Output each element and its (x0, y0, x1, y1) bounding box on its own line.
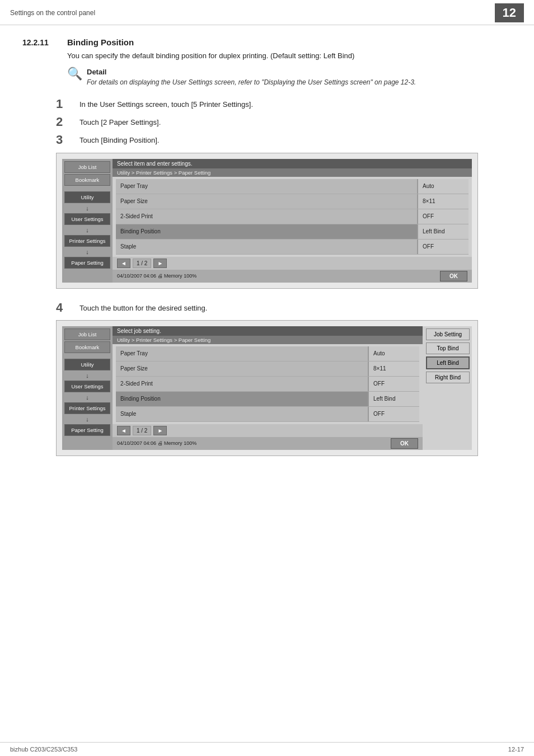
row-label-2sided: 2-Sided Print (116, 209, 418, 224)
section-number: 12.2.11 (22, 38, 62, 47)
sidebar-printer-settings[interactable]: Printer Settings (64, 235, 110, 247)
row2-label-paper-size: Paper Size (116, 361, 369, 376)
step-4: 4 Touch the button for the desired setti… (56, 301, 512, 314)
footer-right: 12-17 (508, 746, 524, 753)
screen-1-sidebar: Job List Bookmark Utility ↓ User Setting… (62, 159, 113, 283)
row2-label-staple: Staple (116, 407, 369, 421)
step-4-wrapper: 4 Touch the button for the desired setti… (56, 301, 512, 314)
step-3-num: 3 (56, 133, 79, 147)
row-value-paper-tray: Auto (418, 179, 469, 194)
sidebar2-bookmark[interactable]: Bookmark (64, 341, 110, 353)
sidebar2-user-settings[interactable]: User Settings (64, 381, 110, 392)
sidebar-arrow-1: ↓ (64, 204, 110, 212)
steps-list: 1 In the User Settings screen, touch [5 … (56, 97, 512, 147)
row2-value-binding: Left Bind (369, 392, 419, 406)
screen-2-top-bar: Select job setting. (113, 326, 423, 336)
row-value-2sided: OFF (418, 209, 469, 224)
screen-2-main: Select job setting. Utility > Printer Se… (113, 326, 423, 450)
sidebar2-job-list[interactable]: Job List (64, 328, 110, 340)
row-value-paper-size: 8×11 (418, 194, 469, 209)
step-3: 3 Touch [Binding Position]. (56, 133, 512, 147)
sidebar2-utility[interactable]: Utility (64, 359, 110, 370)
section-heading: 12.2.11 Binding Position (22, 37, 512, 47)
detail-label: Detail (87, 68, 416, 76)
sidebar-user-settings[interactable]: User Settings (64, 213, 110, 225)
row2-value-staple: OFF (369, 407, 419, 421)
screen-2-table: Paper Tray Auto Paper Size 8×11 2-Sided … (113, 344, 423, 424)
sidebar2-paper-setting[interactable]: Paper Setting (64, 424, 110, 436)
table-row: Paper Size 8×11 (116, 361, 419, 377)
row2-value-2sided: OFF (369, 377, 419, 391)
detail-icon: 🔍 (67, 67, 82, 81)
section-title: Binding Position (67, 37, 134, 47)
footer: bizhub C203/C253/C353 12-17 (0, 742, 534, 756)
step-1: 1 In the User Settings screen, touch [5 … (56, 97, 512, 111)
table-row-binding[interactable]: Binding Position Left Bind (116, 224, 469, 240)
main-content: 12.2.11 Binding Position You can specify… (0, 25, 534, 491)
ok-button-1[interactable]: OK (440, 271, 467, 281)
nav2-prev-button[interactable]: ◄ (117, 426, 130, 435)
screen-2: Job List Bookmark Utility ↓ User Setting… (62, 326, 472, 450)
panel-1: Job List Bookmark Utility ↓ User Setting… (56, 153, 478, 289)
row-label-staple: Staple (116, 240, 418, 254)
popup-right-bind[interactable]: Right Bind (426, 372, 470, 383)
sidebar2-arrow-3: ↓ (64, 415, 110, 423)
table-row: Paper Tray Auto (116, 346, 419, 361)
screen-1-nav: ◄ 1 / 2 ► (113, 257, 472, 270)
screen-1-status: 04/10/2007 04:06 🖨 Memory 100% OK (113, 270, 472, 283)
nav-next-button[interactable]: ► (153, 259, 167, 268)
sidebar-bookmark[interactable]: Bookmark (64, 174, 110, 186)
step-4-text: Touch the button for the desired setting… (79, 304, 207, 312)
table-row: 2-Sided Print OFF (116, 377, 419, 392)
sidebar-paper-setting[interactable]: Paper Setting (64, 257, 110, 269)
screen-1-breadcrumb: Utility > Printer Settings > Paper Setti… (113, 168, 472, 177)
detail-text: For details on displaying the User Setti… (87, 77, 416, 87)
row2-value-paper-tray: Auto (369, 346, 419, 361)
detail-content: Detail For details on displaying the Use… (87, 68, 416, 87)
screen-1: Job List Bookmark Utility ↓ User Setting… (62, 159, 472, 283)
screen-1-table: Paper Tray Auto Paper Size 8×11 2-Sided … (113, 177, 472, 257)
status2-datetime: 04/10/2007 04:06 🖨 Memory 100% (117, 440, 196, 446)
popup-top-bind[interactable]: Top Bind (426, 342, 470, 354)
screen-2-sidebar: Job List Bookmark Utility ↓ User Setting… (62, 326, 113, 450)
row-value-staple: OFF (418, 240, 469, 254)
chapter-badge: 12 (495, 3, 524, 22)
popup-buttons: Job Setting Top Bind Left Bind Right Bin… (423, 326, 472, 450)
table-row: Paper Tray Auto (116, 179, 469, 194)
step-2-num: 2 (56, 115, 79, 129)
table-row: Staple OFF (116, 240, 469, 255)
footer-left: bizhub C203/C253/C353 (10, 746, 77, 753)
header: Settings on the control panel 12 (0, 0, 534, 25)
step-4-num: 4 (56, 301, 79, 314)
row2-label-binding: Binding Position (116, 392, 369, 406)
row-label-binding: Binding Position (116, 224, 418, 239)
screen-2-status: 04/10/2007 04:06 🖨 Memory 100% OK (113, 437, 423, 450)
sidebar-arrow-3: ↓ (64, 248, 110, 256)
step-3-text: Touch [Binding Position]. (79, 136, 159, 144)
detail-box: 🔍 Detail For details on displaying the U… (67, 68, 512, 87)
row2-label-2sided: 2-Sided Print (116, 377, 369, 391)
step-1-num: 1 (56, 97, 79, 111)
screen-1-top-bar: Select item and enter settings. (113, 159, 472, 168)
table-row: Paper Size 8×11 (116, 194, 469, 209)
ok-button-2[interactable]: OK (391, 438, 418, 449)
sidebar2-arrow-2: ↓ (64, 393, 110, 401)
sidebar-utility[interactable]: Utility (64, 191, 110, 203)
sidebar-job-list[interactable]: Job List (64, 161, 110, 173)
step-2: 2 Touch [2 Paper Settings]. (56, 115, 512, 129)
nav-prev-button[interactable]: ◄ (117, 259, 130, 268)
panel-2: Job List Bookmark Utility ↓ User Setting… (56, 320, 478, 456)
row-value-binding: Left Bind (418, 224, 469, 239)
screen-1-main: Select item and enter settings. Utility … (113, 159, 472, 283)
step-1-text: In the User Settings screen, touch [5 Pr… (79, 100, 253, 109)
nav2-next-button[interactable]: ► (153, 426, 167, 435)
sidebar-arrow-2: ↓ (64, 226, 110, 234)
table-row: Staple OFF (116, 407, 419, 422)
nav-page: 1 / 2 (133, 259, 151, 268)
popup-job-setting[interactable]: Job Setting (426, 328, 470, 340)
sidebar2-printer-settings[interactable]: Printer Settings (64, 402, 110, 414)
status-datetime: 04/10/2007 04:06 🖨 Memory 100% (117, 273, 196, 279)
popup-left-bind[interactable]: Left Bind (426, 356, 470, 369)
table-row: 2-Sided Print OFF (116, 209, 469, 224)
row-label-paper-tray: Paper Tray (116, 179, 418, 194)
